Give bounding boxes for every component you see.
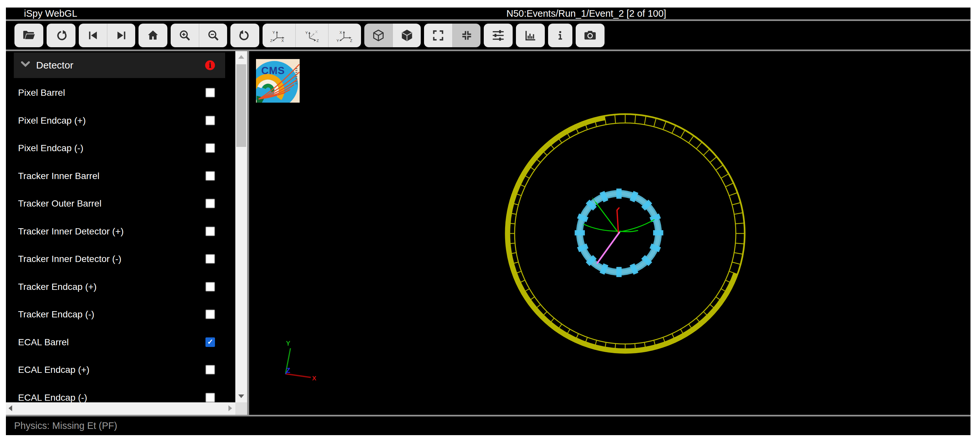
checkbox-tracker-endcap[interactable] — [205, 282, 215, 292]
detector-row-tracker-inner-barrel: Tracker Inner Barrel — [6, 166, 235, 186]
cube-solid-icon — [400, 29, 414, 42]
checkbox-ecal-barrel[interactable]: ✓ — [205, 337, 215, 347]
screenshot-button[interactable] — [576, 24, 605, 47]
svg-text:X: X — [339, 30, 342, 35]
previous-event-button[interactable] — [79, 24, 107, 47]
scrollbar-thumb[interactable] — [236, 64, 246, 147]
folder-open-icon — [22, 29, 36, 42]
detector-label-pixel-endcap: Pixel Endcap (+) — [18, 111, 86, 130]
toolbar-group — [516, 24, 545, 47]
expand-icon — [431, 29, 445, 42]
event-display[interactable]: Y X Z — [249, 51, 970, 415]
view-zx-button[interactable]: XZY — [328, 24, 361, 47]
svg-text:X: X — [281, 39, 284, 42]
display-settings-button[interactable] — [484, 24, 513, 47]
toolbar-group — [14, 24, 43, 47]
checkbox-ecal-endcap[interactable] — [205, 393, 215, 402]
zoom-out-icon — [207, 29, 220, 42]
event-statistics-button[interactable] — [516, 24, 545, 47]
detector-label-pixel-barrel: Pixel Barrel — [18, 83, 65, 103]
toolbar-group — [576, 24, 605, 47]
reload-event-button[interactable] — [47, 24, 75, 47]
undo-rotation-button[interactable] — [231, 24, 259, 47]
detector-row-pixel-barrel: Pixel Barrel — [6, 83, 235, 103]
orthographic-view-button[interactable] — [393, 24, 421, 47]
checkbox-ecal-endcap[interactable] — [205, 365, 215, 375]
exit-fullscreen-button[interactable] — [452, 24, 480, 47]
detector-row-ecal-endcap: ECAL Endcap (+) — [6, 360, 235, 380]
detector-row-tracker-inner-detector: Tracker Inner Detector (+) — [6, 222, 235, 241]
detector-row-ecal-endcap: ECAL Endcap (-) — [6, 388, 235, 403]
checkbox-tracker-outer-barrel[interactable] — [205, 199, 215, 208]
detector-label-ecal-endcap: ECAL Endcap (-) — [18, 388, 87, 403]
sidebar-vertical-scrollbar[interactable] — [235, 51, 247, 402]
axes-xyz-icon: YXZ — [302, 29, 322, 42]
enter-fullscreen-button[interactable] — [424, 24, 452, 47]
checkbox-tracker-inner-detector[interactable] — [205, 227, 215, 236]
zoom-in-button[interactable] — [171, 24, 199, 47]
detector-label-pixel-endcap: Pixel Endcap (-) — [18, 138, 83, 158]
checkbox-tracker-inner-barrel[interactable] — [205, 171, 215, 181]
viewport-3d[interactable]: CMS — [249, 51, 970, 415]
perspective-view-button[interactable] — [364, 24, 393, 47]
toolbar-group — [138, 24, 167, 47]
scroll-left-icon[interactable] — [8, 405, 12, 411]
axis-z-label: Z — [286, 366, 290, 375]
content-area: Detector i Pixel BarrelPixel Endcap (+)P… — [6, 51, 970, 415]
reload-icon — [54, 29, 68, 42]
checkbox-pixel-endcap[interactable] — [205, 116, 215, 125]
detector-row-pixel-endcap: Pixel Endcap (+) — [6, 111, 235, 130]
axis-x-label: X — [312, 375, 317, 382]
toolbar-group — [484, 24, 513, 47]
axis-y-label: Y — [286, 340, 290, 347]
svg-text:Z: Z — [317, 39, 319, 42]
detector-label-tracker-inner-detector: Tracker Inner Detector (+) — [18, 222, 124, 241]
scroll-up-icon[interactable] — [238, 55, 244, 59]
sliders-icon — [491, 29, 505, 42]
svg-text:Z: Z — [350, 39, 352, 42]
svg-text:Y: Y — [305, 31, 308, 35]
toolbar: YXZYXZXZY — [6, 21, 970, 49]
checkbox-pixel-endcap[interactable] — [205, 143, 215, 153]
toolbar-group: YXZYXZXZY — [262, 24, 361, 47]
detector-row-ecal-barrel: ECAL Barrel✓ — [6, 332, 235, 352]
ispy-window: iSpy WebGL N50:Events/Run_1/Event_2 [2 o… — [6, 8, 970, 435]
detector-section-header[interactable]: Detector i — [14, 52, 225, 78]
zoom-out-button[interactable] — [199, 24, 227, 47]
detector-label-tracker-outer-barrel: Tracker Outer Barrel — [18, 194, 102, 213]
scroll-right-icon[interactable] — [228, 405, 232, 411]
detector-row-pixel-endcap: Pixel Endcap (-) — [6, 138, 235, 158]
svg-text:Y: Y — [336, 39, 339, 42]
toolbar-group — [364, 24, 421, 47]
status-bar: Physics: Missing Et (PF) — [6, 416, 970, 435]
undo-icon — [238, 29, 251, 42]
home-view-button[interactable] — [138, 24, 167, 47]
detector-label-ecal-barrel: ECAL Barrel — [18, 332, 69, 352]
page: iSpy WebGL N50:Events/Run_1/Event_2 [2 o… — [0, 0, 980, 443]
checkbox-pixel-barrel[interactable] — [205, 88, 215, 97]
view-3d-button[interactable]: YXZ — [295, 24, 328, 47]
title-bar: iSpy WebGL N50:Events/Run_1/Event_2 [2 o… — [6, 8, 970, 19]
view-xy-button[interactable]: YXZ — [262, 24, 295, 47]
information-button[interactable] — [548, 24, 573, 47]
toolbar-group — [231, 24, 259, 47]
chevron-down-icon — [21, 61, 30, 67]
detector-section-label: Detector — [36, 52, 73, 78]
axes-gizmo: Y X Z — [286, 340, 317, 382]
toolbar-group — [79, 24, 135, 47]
info-circle-icon[interactable]: i — [205, 60, 215, 70]
open-file-button[interactable] — [14, 24, 43, 47]
checkbox-tracker-inner-detector[interactable] — [205, 254, 215, 264]
next-event-button[interactable] — [107, 24, 135, 47]
detector-panel: Detector i Pixel BarrelPixel Endcap (+)P… — [6, 51, 235, 402]
detector-row-tracker-endcap: Tracker Endcap (-) — [6, 305, 235, 324]
status-text: Physics: Missing Et (PF) — [14, 416, 117, 435]
checkbox-tracker-endcap[interactable] — [205, 310, 215, 319]
sidebar-horizontal-scrollbar[interactable] — [6, 402, 235, 415]
event-title: N50:Events/Run_1/Event_2 [2 of 100] — [506, 8, 666, 19]
zoom-in-icon — [178, 29, 191, 42]
scroll-down-icon[interactable] — [238, 394, 244, 398]
next-event-icon — [115, 29, 128, 42]
bar-chart-icon — [524, 29, 537, 42]
svg-text:X: X — [315, 30, 318, 34]
